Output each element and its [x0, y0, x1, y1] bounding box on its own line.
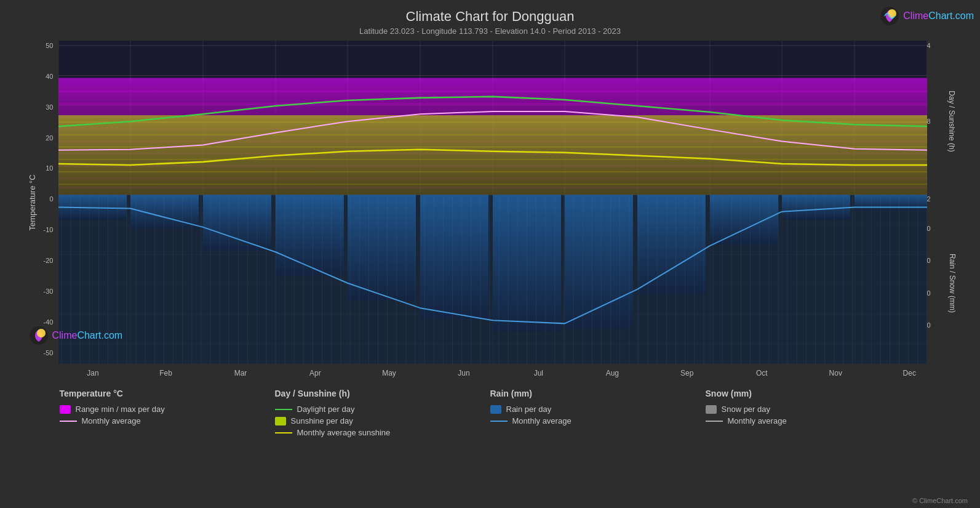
- svg-rect-31: [58, 103, 927, 105]
- legend-rain-title: Rain (mm): [490, 389, 706, 398]
- legend-sunshine-avg: Monthly average sunshine: [275, 428, 490, 437]
- y-label-0: 0: [49, 195, 53, 203]
- chart-area: 50 40 30 20 10 0 -10 -20 -30 -40 -50 Tem…: [23, 41, 958, 382]
- svg-rect-55: [710, 195, 778, 244]
- temp-range-swatch: [60, 405, 71, 414]
- legend-temp-avg: Monthly average: [60, 416, 275, 425]
- snow-swatch: [706, 405, 717, 414]
- svg-rect-54: [637, 195, 705, 294]
- logo-icon-top: [880, 6, 899, 26]
- rain-swatch: [490, 405, 501, 414]
- x-label-jul: Jul: [534, 369, 543, 377]
- legend-sunshine-bar: Sunshine per day: [275, 416, 490, 425]
- y-label-n40: -40: [44, 318, 54, 326]
- y-axis-left-title: Temperature °C: [28, 174, 37, 230]
- sunshine-swatch: [275, 417, 286, 425]
- rain-avg-line: [490, 421, 508, 422]
- svg-rect-53: [564, 195, 632, 328]
- temp-avg-label: Monthly average: [82, 416, 141, 425]
- chart-subtitle: Latitude 23.023 - Longitude 113.793 - El…: [359, 26, 621, 36]
- x-axis: Jan Feb Mar Apr May Jun Jul Aug Sep Oct …: [58, 364, 927, 382]
- legend-rain: Rain (mm) Rain per day Monthly average: [490, 389, 706, 437]
- x-label-sep: Sep: [680, 369, 693, 377]
- y-label-n20: -20: [44, 257, 54, 264]
- legend-rain-avg: Monthly average: [490, 416, 706, 425]
- x-label-jan: Jan: [87, 369, 98, 377]
- x-label-aug: Aug: [606, 369, 619, 377]
- x-label-may: May: [382, 369, 396, 377]
- snow-bar-label: Snow per day: [722, 405, 771, 414]
- svg-point-153: [37, 329, 46, 337]
- x-label-jun: Jun: [458, 369, 469, 377]
- x-label-mar: Mar: [234, 369, 247, 377]
- svg-point-1: [888, 9, 896, 18]
- legend-area: Temperature °C Range min / max per day M…: [23, 389, 958, 437]
- legend-snow-avg: Monthly average: [706, 416, 921, 425]
- x-label-nov: Nov: [829, 369, 842, 377]
- y-label-n50: -50: [44, 349, 54, 357]
- y-axis-right-title-1: Day / Sunshine (h): [947, 91, 956, 152]
- y-axis-left: 50 40 30 20 10 0 -10 -20 -30 -40 -50 Tem…: [23, 41, 57, 364]
- snow-avg-line: [706, 421, 723, 422]
- logo-text-bottom: ClimeChart.com: [52, 330, 123, 341]
- x-label-oct: Oct: [756, 369, 768, 377]
- daylight-line: [275, 409, 292, 410]
- logo-text-top: ClimeChart.com: [903, 10, 974, 22]
- y-axis-right-title-2: Rain / Snow (mm): [948, 254, 957, 313]
- svg-rect-50: [347, 195, 415, 300]
- y-label-n10: -10: [44, 226, 54, 233]
- y-label-50: 50: [46, 42, 53, 49]
- svg-rect-30: [58, 91, 927, 92]
- svg-rect-51: [420, 195, 488, 319]
- logo-top-right: ClimeChart.com: [880, 6, 974, 26]
- logo-bottom-left: ClimeChart.com: [29, 326, 123, 345]
- y-label-n30: -30: [44, 288, 54, 295]
- temp-avg-line: [60, 421, 77, 422]
- legend-sunshine-title: Day / Sunshine (h): [275, 389, 490, 398]
- legend-temp-title: Temperature °C: [60, 389, 275, 398]
- y-label-40: 40: [46, 73, 53, 80]
- rain-avg-label: Monthly average: [512, 416, 572, 425]
- chart-svg: [58, 41, 927, 364]
- legend-rain-bar: Rain per day: [490, 405, 706, 414]
- svg-rect-39: [58, 115, 927, 195]
- copyright: © ClimeChart.com: [912, 497, 968, 504]
- y-label-10: 10: [46, 164, 53, 172]
- x-label-apr: Apr: [309, 369, 321, 377]
- y-label-30: 30: [46, 103, 53, 111]
- page-wrapper: Climate Chart for Dongguan Latitude 23.0…: [0, 0, 980, 508]
- x-label-dec: Dec: [903, 369, 916, 377]
- sunshine-avg-label: Monthly average sunshine: [297, 428, 391, 437]
- legend-temp-range: Range min / max per day: [60, 405, 275, 414]
- legend-temperature: Temperature °C Range min / max per day M…: [60, 389, 275, 437]
- svg-rect-45: [58, 183, 927, 185]
- svg-rect-48: [202, 195, 271, 251]
- svg-rect-44: [58, 171, 927, 172]
- legend-snow-title: Snow (mm): [706, 389, 921, 398]
- logo-icon-bottom: [29, 326, 49, 345]
- chart-title: Climate Chart for Dongguan: [406, 9, 575, 25]
- daylight-label: Daylight per day: [297, 405, 355, 414]
- legend-sunshine: Day / Sunshine (h) Daylight per day Suns…: [275, 389, 490, 437]
- temp-range-label: Range min / max per day: [76, 405, 165, 414]
- svg-rect-41: [58, 134, 927, 135]
- svg-rect-43: [58, 159, 927, 160]
- legend-snow: Snow (mm) Snow per day Monthly average: [706, 389, 921, 437]
- snow-avg-label: Monthly average: [728, 416, 787, 425]
- legend-daylight: Daylight per day: [275, 405, 490, 414]
- rain-bar-label: Rain per day: [506, 405, 552, 414]
- svg-rect-56: [781, 195, 850, 219]
- y-label-20: 20: [46, 134, 53, 142]
- legend-snow-bar: Snow per day: [706, 405, 921, 414]
- sunshine-avg-line: [275, 432, 292, 433]
- x-label-feb: Feb: [159, 369, 172, 377]
- svg-rect-57: [854, 195, 926, 210]
- sunshine-label: Sunshine per day: [291, 416, 353, 425]
- svg-rect-49: [276, 195, 344, 275]
